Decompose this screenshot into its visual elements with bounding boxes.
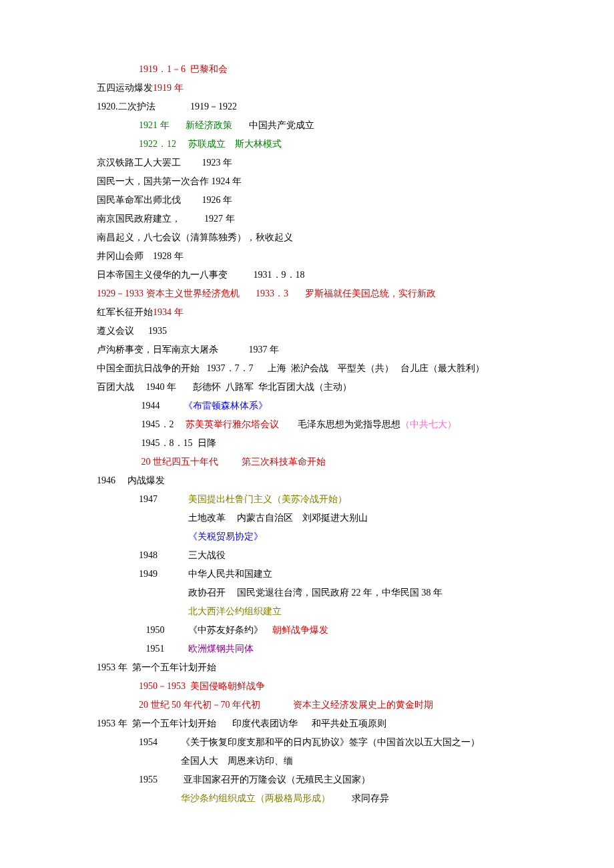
text-line: 1950 《中苏友好条约》 朝鲜战争爆发 — [97, 621, 554, 640]
text-segment: 1919 年 — [153, 83, 184, 93]
text-line: 南京国民政府建立， 1927 年 — [97, 210, 554, 228]
text-segment — [139, 606, 188, 616]
text-segment: 百团大战 1940 年 彭德怀 八路军 华北百团大战（主动） — [97, 382, 352, 392]
text-segment: 1947 — [139, 494, 188, 504]
text-segment: 1945．8．15 日降 — [139, 438, 216, 448]
text-line: 1953 年 第一个五年计划开始 — [97, 658, 554, 677]
text-line: 卢沟桥事变，日军南京大屠杀 1937 年 — [97, 341, 554, 359]
text-line: 京汉铁路工人大罢工 1923 年 — [97, 154, 554, 172]
text-segment: 五四运动爆发 — [97, 83, 153, 93]
text-segment: 土地改革 内蒙古自治区 刘邓挺进大别山 — [139, 513, 368, 523]
text-segment — [139, 531, 188, 541]
text-line: 国民革命军出师北伐 1926 年 — [97, 191, 554, 210]
text-line: 20 世纪四五十年代 第三次科技革命开始 — [97, 453, 554, 471]
text-segment: 1950 《中苏友好条约》 — [139, 625, 272, 635]
text-line: 《关税贸易协定》 — [97, 527, 554, 546]
text-segment: 全国人大 周恩来访印、缅 — [139, 756, 293, 766]
text-segment: 南昌起义，八七会议（清算陈独秀），秋收起义 — [97, 232, 293, 242]
text-line: 1946 内战爆发 — [97, 471, 554, 490]
text-line: 1951 欧洲煤钢共同体 — [97, 640, 554, 658]
text-line: 1955 亚非国家召开的万隆会议（无殖民主义国家） — [97, 771, 554, 789]
text-segment: 国民革命军出师北伐 1926 年 — [97, 195, 232, 205]
text-segment: 1945．2 — [139, 419, 186, 429]
text-segment: 1919．1－6 巴黎和会 — [139, 64, 228, 74]
text-segment: 1934 年 — [153, 307, 184, 317]
text-line: 华沙条约组织成立（两极格局形成） 求同存异 — [97, 789, 554, 808]
text-segment: 美国提出杜鲁门主义（美苏冷战开始） — [188, 494, 347, 504]
text-segment: 井冈山会师 1928 年 — [97, 251, 184, 261]
text-line: 井冈山会师 1928 年 — [97, 247, 554, 266]
text-segment: 中国共产党成立 — [232, 120, 314, 130]
text-segment: 红军长征开始 — [97, 307, 153, 317]
text-segment: 1946 内战爆发 — [97, 475, 165, 485]
text-segment: 朝鲜战争爆发 — [272, 625, 328, 635]
text-segment: 1953 年 第一个五年计划开始 印度代表团访华 和平共处五项原则 — [97, 718, 386, 728]
text-segment: 遵义会议 1935 — [97, 326, 167, 336]
text-segment: 国民一大，国共第一次合作 1924 年 — [97, 176, 242, 186]
text-line: 1949 中华人民共和国建立 — [97, 565, 554, 584]
text-segment: 1920.二次护法 1919－1922 — [97, 101, 237, 112]
text-line: 1944 《布雷顿森林体系》 — [97, 397, 554, 415]
text-line: 中国全面抗日战争的开始 1937．7．7 上海 淞沪会战 平型关（共） 台儿庄（… — [97, 359, 554, 378]
text-line: 遵义会议 1935 — [97, 322, 554, 341]
text-segment: 《布雷顿森林体系》 — [184, 401, 268, 411]
text-line: 1945．2 苏美英举行雅尔塔会议 毛泽东思想为党指导思想（中共七大） — [97, 415, 554, 434]
text-segment: 欧洲煤钢共同体 — [188, 644, 254, 654]
text-line: 北大西洋公约组织建立 — [97, 602, 554, 621]
text-line: 1948 三大战役 — [97, 546, 554, 565]
text-line: 五四运动爆发1919 年 — [97, 79, 554, 97]
text-segment: 1954 《关于恢复印度支那和平的日内瓦协议》签字（中国首次以五大国之一） — [139, 737, 480, 747]
text-segment: 求同存异 — [330, 793, 389, 803]
text-line: 政协召开 国民党退往台湾，国民政府 22 年，中华民国 38 年 — [97, 584, 554, 602]
text-line: 全国人大 周恩来访印、缅 — [97, 752, 554, 771]
text-segment: 20 世纪 50 年代初－70 年代初 资本主义经济发展史上的黄金时期 — [139, 700, 433, 710]
text-segment: （中共七大） — [400, 419, 456, 429]
document-body: 1919．1－6 巴黎和会五四运动爆发1919 年1920.二次护法 1919－… — [97, 60, 554, 808]
text-segment: 1948 三大战役 — [139, 550, 226, 560]
text-segment: 华沙条约组织成立（两极格局形成） — [181, 793, 330, 803]
text-line: 日本帝国主义侵华的九一八事变 1931．9．18 — [97, 266, 554, 284]
text-segment: 20 世纪四五十年代 第三次科技革命开始 — [139, 457, 326, 467]
text-segment: 中国全面抗日战争的开始 1937．7．7 上海 淞沪会战 平型关（共） 台儿庄（… — [97, 363, 485, 373]
text-segment: 1922．12 苏联成立 斯大林模式 — [139, 139, 282, 149]
text-segment — [139, 793, 181, 803]
text-line: 土地改革 内蒙古自治区 刘邓挺进大别山 — [97, 509, 554, 527]
text-segment: 1921 年 新经济政策 — [139, 120, 232, 130]
text-segment: 京汉铁路工人大罢工 1923 年 — [97, 158, 232, 168]
text-segment: 1944 — [139, 401, 184, 411]
text-segment: 1955 亚非国家召开的万隆会议（无殖民主义国家） — [139, 775, 370, 785]
text-line: 1920.二次护法 1919－1922 — [97, 97, 554, 116]
text-line: 1953 年 第一个五年计划开始 印度代表团访华 和平共处五项原则 — [97, 714, 554, 733]
text-line: 1919．1－6 巴黎和会 — [97, 60, 554, 79]
text-segment: 政协召开 国民党退往台湾，国民政府 22 年，中华民国 38 年 — [139, 588, 442, 598]
text-segment: 日本帝国主义侵华的九一八事变 1931．9．18 — [97, 270, 305, 280]
text-segment: 苏美英举行雅尔塔会议 — [186, 419, 279, 429]
text-line: 百团大战 1940 年 彭德怀 八路军 华北百团大战（主动） — [97, 378, 554, 397]
text-segment: 北大西洋公约组织建立 — [188, 606, 282, 616]
text-line: 1950－1953 美国侵略朝鲜战争 — [97, 677, 554, 696]
text-line: 1945．8．15 日降 — [97, 434, 554, 453]
text-segment: 1949 中华人民共和国建立 — [139, 569, 272, 579]
text-segment: 毛泽东思想为党指导思想 — [279, 419, 400, 429]
text-line: 1921 年 新经济政策 中国共产党成立 — [97, 116, 554, 135]
text-segment: 《关税贸易协定》 — [188, 531, 263, 541]
text-segment: 1929－1933 资本主义世界经济危机 1933．3 罗斯福就任美国总统，实行… — [97, 288, 436, 298]
text-segment: 卢沟桥事变，日军南京大屠杀 1937 年 — [97, 345, 279, 355]
text-segment: 南京国民政府建立， 1927 年 — [97, 214, 235, 224]
text-segment: 1950－1953 美国侵略朝鲜战争 — [139, 681, 265, 691]
text-line: 1947 美国提出杜鲁门主义（美苏冷战开始） — [97, 490, 554, 509]
text-line: 20 世纪 50 年代初－70 年代初 资本主义经济发展史上的黄金时期 — [97, 696, 554, 714]
text-line: 1922．12 苏联成立 斯大林模式 — [97, 135, 554, 154]
text-segment: 1951 — [139, 644, 188, 654]
text-line: 南昌起义，八七会议（清算陈独秀），秋收起义 — [97, 228, 554, 247]
text-line: 红军长征开始1934 年 — [97, 303, 554, 322]
text-segment: 1953 年 第一个五年计划开始 — [97, 662, 216, 672]
text-line: 1954 《关于恢复印度支那和平的日内瓦协议》签字（中国首次以五大国之一） — [97, 733, 554, 752]
text-line: 国民一大，国共第一次合作 1924 年 — [97, 172, 554, 191]
text-line: 1929－1933 资本主义世界经济危机 1933．3 罗斯福就任美国总统，实行… — [97, 284, 554, 303]
